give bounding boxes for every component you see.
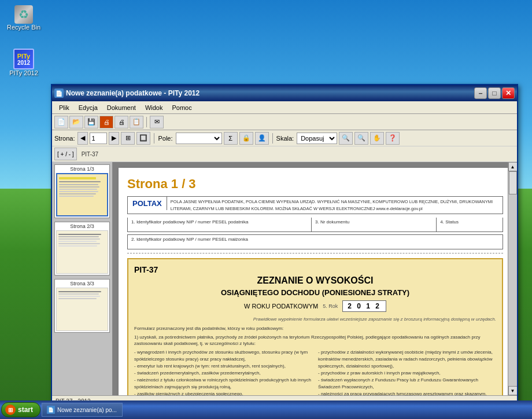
- thumb-1-preview: [56, 173, 108, 216]
- pity-icon-label: PITy 2012: [9, 69, 38, 77]
- desc-right: - przychodów z działalności wykonywanej …: [318, 349, 496, 395]
- scroll-track[interactable]: [508, 171, 518, 386]
- pit37-id: PIT-37: [134, 265, 496, 274]
- menu-pomoc[interactable]: Pomoc: [167, 103, 196, 112]
- document-page: Strona 1 / 3 POLTAX POLA JASNE WYPEŁNIA …: [119, 168, 508, 395]
- field-nr-label: 3. Nr dokumentu: [315, 219, 433, 225]
- window-title: Nowe zeznanie(a) podatkowe - PITy 2012: [66, 89, 472, 97]
- poltax-row: POLTAX POLA JASNE WYPEŁNIA PODATNIK, POL…: [127, 196, 503, 214]
- pit-toolbar: [ + / - ] PIT-37: [52, 146, 517, 162]
- app-icon: 📄: [54, 89, 64, 98]
- main-window: 📄 Nowe zeznanie(a) podatkowe - PITy 2012…: [51, 84, 518, 408]
- page-number-input[interactable]: [90, 133, 107, 144]
- toolbar-btn-print-preview[interactable]: 🖨: [99, 116, 113, 128]
- poltax-info: POLA JASNE WYPEŁNIA PODATNIK, POLA CIEMN…: [167, 197, 503, 214]
- toolbar-calc-btn[interactable]: Σ: [224, 132, 238, 145]
- toolbar-zoom-in[interactable]: 🔍: [354, 132, 368, 145]
- menu-bar: Plik Edycja Dokument Widok Pomoc: [52, 101, 517, 114]
- toolbar-btn-new[interactable]: 📄: [54, 116, 68, 128]
- poltax-logo: POLTAX: [128, 197, 167, 210]
- window-controls: – □ ✕: [474, 87, 515, 99]
- poltax-info-text: POLA JASNE WYPEŁNIA PODATNIK, POLA CIEMN…: [171, 199, 493, 211]
- page-number-display: Strona 1 / 3: [127, 177, 503, 192]
- close-button[interactable]: ✕: [502, 87, 515, 99]
- scroll-up[interactable]: ▲: [508, 162, 518, 171]
- recycle-bin-label: Recycle Bin: [7, 24, 40, 31]
- thumbnail-panel: Strona 1/3: [52, 162, 113, 395]
- menu-plik[interactable]: Plik: [54, 103, 74, 112]
- page-header: Strona 1 / 3: [127, 177, 503, 192]
- desc-left: - wynagrodzeń i innych przychodów ze sto…: [134, 349, 312, 395]
- pit37-heading3-row: W ROKU PODATKOWYM 5. Rok 2 0 1 2: [134, 300, 496, 312]
- recycle-bin-image: ♻: [14, 5, 33, 24]
- toolbar-2: Strona: ◀ ▶ ⊞ 🔲 Pole: Σ 🔒 👤 Skala: Dopas…: [52, 130, 517, 146]
- pity-desktop-icon[interactable]: PITy 2012 PITy 2012: [3, 46, 45, 79]
- pit37-heading1: ZEZNANIE O WYSOKOŚCI: [134, 275, 496, 286]
- scroll-down[interactable]: ▼: [508, 386, 518, 395]
- maximize-button[interactable]: □: [488, 87, 501, 99]
- field-status: 4. Status: [437, 218, 503, 231]
- field-status-label: 4. Status: [440, 219, 499, 225]
- document-area[interactable]: Strona 1 / 3 POLTAX POLA JASNE WYPEŁNIA …: [113, 162, 508, 395]
- minimize-button[interactable]: –: [474, 87, 487, 99]
- toolbar-sep-3: [272, 133, 273, 144]
- taskbar-app-item[interactable]: 📄 Nowe zeznanie(a) po...: [42, 403, 123, 417]
- skala-select[interactable]: Dopasuj: [297, 133, 337, 144]
- recycle-bin-icon[interactable]: ♻ Recycle Bin: [3, 3, 45, 34]
- pit37-note: Prawidłowe wypełnienie formularza ułatwi…: [134, 317, 496, 322]
- toolbar-lock-btn[interactable]: 🔒: [239, 132, 253, 145]
- title-bar: 📄 Nowe zeznanie(a) podatkowe - PITy 2012…: [52, 85, 517, 101]
- scroll-thumb[interactable]: [509, 171, 517, 194]
- thumb-3-label: Strona 3/3: [56, 281, 108, 286]
- field-nr-dokumentu: 3. Nr dokumentu: [312, 218, 437, 231]
- pole-select[interactable]: [176, 133, 222, 144]
- rok-value: 2 0 1 2: [342, 300, 386, 312]
- pit37-heading-area: ZEZNANIE O WYSOKOŚCI OSIĄGNIĘTEGO DOCHOD…: [134, 275, 496, 312]
- poltax-text: POLTAX: [132, 199, 162, 208]
- toolbar-zoom-out[interactable]: 🔍: [339, 132, 353, 145]
- pole-label: Pole:: [158, 135, 172, 142]
- menu-dokument[interactable]: Dokument: [102, 103, 141, 112]
- toolbar-fit-btn[interactable]: ⊞: [121, 132, 135, 145]
- toolbar-btn-pdf[interactable]: 📋: [130, 116, 143, 128]
- windows-logo: ⊞: [5, 405, 16, 415]
- field-nip-podatnik: 1. Identyfikator podatkowy NIP / numer P…: [128, 218, 312, 231]
- scrollbar[interactable]: ▲ ▼: [508, 162, 517, 395]
- thumbnail-2[interactable]: Strona 2/3: [54, 222, 110, 275]
- plus-minus-btn[interactable]: [ + / - ]: [54, 148, 77, 160]
- field-nip-malzonek: 2. Identyfikator podatkowy NIP / numer P…: [128, 235, 503, 249]
- toolbar-btn-print[interactable]: 🖨: [114, 116, 128, 128]
- page-next-btn[interactable]: ▶: [109, 132, 119, 145]
- taskbar: ⊞ start 📄 Nowe zeznanie(a) po...: [0, 400, 532, 419]
- taskbar-app-icon: 📄: [47, 406, 55, 414]
- thumb-1-label: Strona 1/3: [56, 166, 108, 172]
- start-button[interactable]: ⊞ start: [1, 402, 40, 417]
- thumbnail-3[interactable]: Strona 3/3: [54, 279, 110, 333]
- field-row-1: 1. Identyfikator podatkowy NIP / numer P…: [127, 218, 503, 232]
- menu-edycja[interactable]: Edycja: [74, 103, 102, 112]
- field-nip-label: 1. Identyfikator podatkowy NIP / numer P…: [131, 219, 308, 225]
- toolbar-help-btn[interactable]: ❓: [386, 132, 400, 145]
- page-prev-btn[interactable]: ◀: [77, 132, 88, 145]
- toolbar-sep-2: [154, 133, 154, 144]
- desc-1: 1) uzyskali, za pośrednictwem płatnika, …: [134, 334, 496, 347]
- toolbar-1: 📄 📂 💾 🖨 🖨 📋 ✉: [52, 114, 517, 130]
- toolbar-view-btn[interactable]: 🔲: [136, 132, 150, 145]
- divider: [127, 253, 503, 253]
- toolbar-btn-save[interactable]: 💾: [84, 116, 98, 128]
- toolbar-hand-btn[interactable]: ✋: [370, 132, 384, 145]
- rok-label: 5. Rok: [323, 303, 338, 309]
- content-area: Strona 1/3: [52, 162, 517, 395]
- thumbnail-1[interactable]: Strona 1/3: [54, 164, 110, 218]
- pit37-heading3: W ROKU PODATKOWYM: [244, 303, 318, 310]
- toolbar-btn-open[interactable]: 📂: [69, 116, 83, 128]
- pity-icon-image: PITy 2012: [13, 49, 34, 69]
- field-nip-malzonek-label: 2. Identyfikator podatkowy NIP / numer P…: [131, 237, 499, 242]
- toolbar-btn-email[interactable]: ✉: [150, 116, 164, 128]
- field-row-2: 2. Identyfikator podatkowy NIP / numer P…: [127, 234, 503, 249]
- strona-label: Strona:: [54, 135, 75, 142]
- taskbar-app-label: Nowe zeznanie(a) po...: [57, 407, 117, 413]
- menu-widok[interactable]: Widok: [141, 103, 168, 112]
- toolbar-unlock-btn[interactable]: 👤: [255, 132, 269, 145]
- thumb-2-preview: [56, 230, 108, 274]
